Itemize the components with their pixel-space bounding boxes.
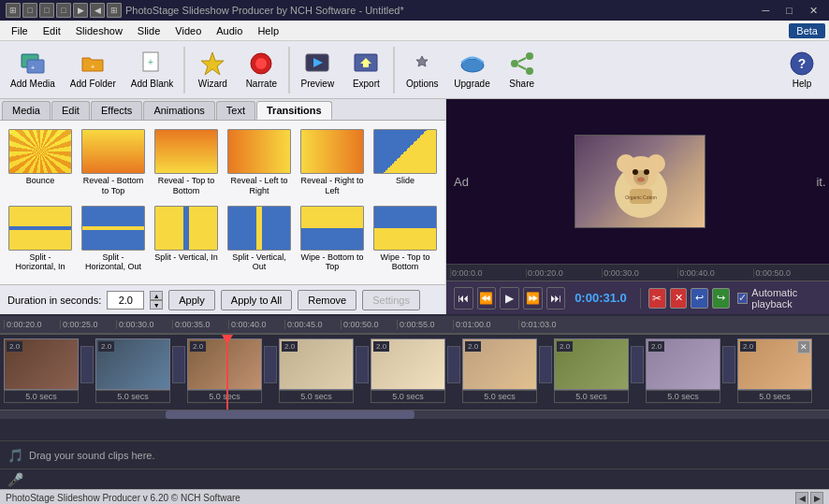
transition-reveal-lr[interactable]: Reveal - Left to Right (225, 126, 294, 199)
transition-wipe-bt-thumb (300, 206, 364, 251)
timeline-clip-9[interactable]: 2.0 ✕ 5.0 secs (737, 338, 812, 403)
share-button[interactable]: Share (499, 44, 545, 96)
delete-button[interactable]: ✕ (670, 288, 688, 309)
auto-play-checkbox[interactable]: ✓ (737, 293, 748, 304)
close-button[interactable]: ✕ (804, 5, 823, 17)
preview-area: Ad Organic Cotton it. (446, 99, 829, 264)
mic-icon: 🎤 (7, 472, 23, 487)
wizard-button[interactable]: Wizard (189, 44, 236, 96)
remove-button[interactable]: Remove (298, 290, 356, 310)
transition-split-vo[interactable]: Split - Vertical, Out (225, 203, 294, 276)
menu-help[interactable]: Help (250, 23, 286, 38)
apply-all-button[interactable]: Apply to All (221, 290, 292, 310)
time-display: 0:00:31.0 (574, 291, 627, 305)
clip-9-close-button[interactable]: ✕ (797, 340, 810, 353)
timeline-scrollbar[interactable] (0, 410, 829, 419)
skip-start-button[interactable]: ⏮ (454, 287, 473, 310)
transition-split-ho[interactable]: Split - Horizontal, Out (79, 203, 148, 276)
window-icon-3: □ (39, 3, 54, 18)
clip-5-duration: 2.0 (373, 341, 389, 352)
menu-edit[interactable]: Edit (36, 23, 68, 38)
narrate-button[interactable]: Narrate (238, 44, 284, 96)
tab-text[interactable]: Text (216, 101, 255, 120)
transition-split-hi[interactable]: Split - Horizontal, In (6, 203, 75, 276)
duration-spinner: ▲ ▼ (150, 291, 163, 310)
preview-button[interactable]: Preview (294, 44, 341, 96)
tab-transitions[interactable]: Transitions (256, 101, 332, 120)
transition-reveal-bt-label: Reveal - Bottom to Top (81, 176, 145, 196)
timeline-clip-8[interactable]: 2.0 5.0 secs (646, 338, 720, 403)
transition-bounce[interactable]: Bounce (6, 126, 75, 199)
redo-button[interactable]: ↪ (712, 288, 730, 309)
transitions-grid: Bounce Reveal - Bottom to Top Reveal - T… (4, 124, 442, 277)
add-media-button[interactable]: + Add Media (4, 44, 62, 96)
options-button[interactable]: Options (399, 44, 445, 96)
tab-animations[interactable]: Animations (143, 101, 214, 120)
timeline-clip-4[interactable]: 2.0 5.0 secs (279, 338, 354, 403)
status-arrow-right[interactable]: ▶ (810, 492, 823, 505)
main-area: Media Edit Effects Animations Text Trans… (0, 99, 829, 314)
menu-video[interactable]: Video (167, 23, 209, 38)
upgrade-button[interactable]: Upgrade (447, 44, 496, 96)
transition-wipe-bt[interactable]: Wipe - Bottom to Top (298, 203, 367, 276)
share-label: Share (509, 79, 534, 89)
transition-1 (79, 338, 95, 390)
timeline-clip-5[interactable]: 2.0 5.0 secs (371, 338, 445, 403)
settings-button[interactable]: Settings (362, 290, 420, 310)
transition-wipe-tb[interactable]: Wipe - Top to Bottom (371, 203, 440, 276)
transition-reveal-tb[interactable]: Reveal - Top to Bottom (152, 126, 221, 199)
transition-5 (445, 338, 462, 390)
play-button[interactable]: ▶ (500, 287, 519, 310)
main-ruler-mark-1: 0:00:20.0 (4, 320, 60, 329)
toolbar-separator-2 (288, 47, 290, 94)
help-button[interactable]: ? Help (778, 44, 825, 96)
tab-media[interactable]: Media (2, 101, 51, 120)
maximize-button[interactable]: □ (780, 5, 798, 16)
menu-slideshow[interactable]: Slideshow (68, 23, 130, 38)
add-blank-button[interactable]: + Add Blank (124, 44, 181, 96)
menu-audio[interactable]: Audio (209, 23, 250, 38)
minimize-button[interactable]: ─ (757, 5, 776, 16)
main-ruler-mark-6: 0:00:45.0 (284, 320, 341, 329)
timeline-clip-6[interactable]: 2.0 5.0 secs (462, 338, 537, 403)
cut-button[interactable]: ✂ (648, 288, 666, 309)
menu-file[interactable]: File (4, 23, 36, 38)
transition-bounce-label: Bounce (26, 176, 55, 186)
timeline-track: 2.0 5.0 secs 2.0 5.0 secs 2.0 5.0 secs (0, 335, 829, 410)
transition-slide-label: Slide (396, 176, 414, 186)
narrate-icon (248, 50, 274, 77)
status-arrow-left[interactable]: ◀ (795, 492, 808, 505)
tab-edit[interactable]: Edit (51, 101, 90, 120)
transition-split-vo-label: Split - Vertical, Out (227, 252, 291, 273)
rewind-button[interactable]: ⏪ (477, 287, 497, 310)
auto-play-label: Automatic playback (751, 287, 825, 310)
trans-icon-8 (722, 346, 735, 383)
transition-slide[interactable]: Slide (371, 126, 440, 199)
timeline-clip-2[interactable]: 2.0 5.0 secs (95, 338, 170, 403)
menu-slide[interactable]: Slide (130, 23, 167, 38)
timeline-clip-7[interactable]: 2.0 5.0 secs (554, 338, 629, 403)
transition-split-vi[interactable]: Split - Vertical, In (152, 203, 221, 276)
skip-end-button[interactable]: ⏭ (546, 287, 566, 310)
add-blank-label: Add Blank (131, 79, 174, 89)
spin-up-button[interactable]: ▲ (150, 291, 163, 300)
transition-reveal-bt[interactable]: Reveal - Bottom to Top (79, 126, 148, 199)
export-button[interactable]: Export (342, 44, 389, 96)
transition-2 (170, 338, 187, 390)
svg-point-24 (617, 154, 635, 173)
undo-button[interactable]: ↩ (691, 288, 708, 309)
spin-down-button[interactable]: ▼ (150, 300, 163, 310)
duration-input[interactable] (107, 291, 144, 310)
timeline-clip-3[interactable]: 2.0 5.0 secs (187, 338, 262, 403)
apply-button[interactable]: Apply (168, 290, 215, 310)
add-folder-button[interactable]: + Add Folder (64, 44, 123, 96)
help-icon: ? (789, 50, 815, 77)
sound-bar-label: Drag your sound clips here. (29, 450, 155, 461)
fast-forward-button[interactable]: ⏩ (523, 287, 543, 310)
main-ruler-mark-4: 0:00:35.0 (172, 320, 228, 329)
clip-1-duration: 2.0 (7, 341, 22, 352)
transition-split-ho-label: Split - Horizontal, Out (81, 252, 145, 273)
timeline-clip-1[interactable]: 2.0 5.0 secs (4, 338, 79, 403)
tab-effects[interactable]: Effects (91, 101, 142, 120)
transition-reveal-rl[interactable]: Reveal - Right to Left (298, 126, 367, 199)
